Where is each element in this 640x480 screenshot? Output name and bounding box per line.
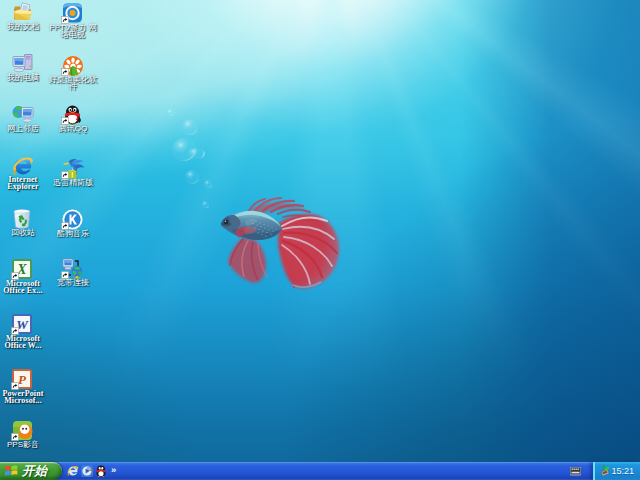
svg-text:P: P — [18, 372, 27, 387]
